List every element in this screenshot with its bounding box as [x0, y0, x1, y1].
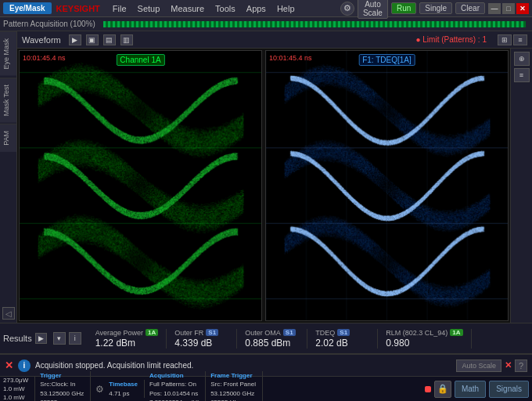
waveform-ctrl-2[interactable]: ▤	[103, 34, 116, 45]
result-badge-outeroma: S1	[283, 329, 296, 336]
bb-trigger-label: Trigger	[40, 371, 84, 380]
trigger-gear-icon[interactable]: ⚙	[95, 384, 104, 395]
bb-frametrig-val: 53.125000 GHz	[210, 389, 256, 398]
result-name-outeroma: Outer OMA S1	[245, 329, 299, 337]
maximize-button[interactable]: □	[502, 3, 515, 14]
waveform-play-button[interactable]: ▶	[69, 34, 81, 45]
eye-canvas-green	[20, 51, 261, 320]
run-button[interactable]: Run	[391, 2, 416, 14]
menu-file[interactable]: File	[108, 2, 131, 15]
waveform-area: Waveform ▶ ▣ ▤ ▥ ● Limit (Patterns) : 1 …	[17, 31, 532, 323]
minimize-button[interactable]: —	[488, 3, 501, 14]
panel-timestamp-blue: 10:01:45.4 ns	[269, 54, 312, 62]
right-toolbar: ⊕ ≡	[510, 49, 532, 323]
menu-help[interactable]: Help	[272, 2, 300, 15]
results-down-button[interactable]: ▾	[53, 332, 66, 345]
eye-panel-green: 10:01:45.4 ns Channel 1A	[19, 50, 262, 321]
limit-dot: ●	[415, 35, 420, 44]
bb-frametrig-extra: 65535 UI	[210, 398, 256, 401]
limit-info: ● Limit (Patterns) : 1	[415, 35, 487, 44]
bb-trigger-val: 65535	[40, 398, 84, 401]
result-label-rlm: RLM (802.3 CL_94)	[386, 329, 448, 337]
result-label-avgpower: Average Power	[95, 329, 143, 337]
sidebar-tab-masktest[interactable]: Mask Test	[0, 78, 16, 122]
result-item-outeroma: Outer OMA S1 0.885 dBm	[237, 329, 307, 349]
bb-power-3: 1.0 mW	[3, 393, 28, 401]
result-item-avgpower: Average Power 1A 1.22 dBm	[88, 329, 167, 349]
results-info-button[interactable]: i	[69, 332, 81, 345]
results-title: Results	[3, 334, 32, 343]
result-name-tdeq: TDEQ S1	[315, 329, 369, 337]
left-sidebar: Eye Mask Mask Test PAM ◁	[0, 31, 17, 323]
gear-icon[interactable]: ⚙	[340, 2, 354, 16]
bb-timebase-val: 4.71 ps	[109, 389, 138, 398]
rt-btn-2[interactable]: ≡	[514, 68, 530, 82]
limit-label: Limit (Patterns) : 1	[422, 35, 487, 44]
menu-setup[interactable]: Setup	[133, 2, 165, 15]
status-info-icon: i	[18, 359, 31, 372]
results-label: Results ▶	[3, 333, 47, 344]
bb-power-section: 273.0μW 1.0 mW 1.0 mW	[3, 376, 35, 401]
title-bar: Eye/Mask KEYSIGHT File Setup Measure Too…	[0, 0, 532, 17]
bb-timebase-label: Timebase	[109, 380, 138, 388]
layout-grid-button[interactable]: ⊞	[498, 34, 512, 45]
result-badge-avgpower: 1A	[146, 329, 158, 336]
bb-power-1: 273.0μW	[3, 376, 28, 385]
sidebar-tab-eyemask[interactable]: Eye Mask	[0, 31, 16, 76]
auto-scale-button[interactable]: Auto Scale	[456, 359, 501, 372]
result-badge-outerfr: S1	[206, 329, 218, 336]
bb-trigger-freq: 53.125000 GHz	[40, 389, 84, 398]
results-bar: Results ▶ ▾ i Average Power 1A 1.22 dBm …	[0, 323, 532, 354]
signals-button[interactable]: Signals	[489, 381, 529, 398]
math-button[interactable]: Math	[455, 381, 486, 398]
results-play-button[interactable]: ▶	[35, 333, 47, 344]
pattern-acq-label: Pattern Acquisition (100%)	[3, 20, 95, 28]
waveform-menu-button[interactable]: ≡	[513, 34, 527, 45]
window-controls: — □ ✕	[488, 3, 529, 14]
bb-acquisition-label: Acquisition	[149, 371, 199, 380]
panel-label-blue: F1: TDEQ[1A]	[358, 54, 415, 66]
menu-measure[interactable]: Measure	[166, 2, 209, 15]
result-name-avgpower: Average Power 1A	[95, 329, 159, 337]
waveform-ctrl-3[interactable]: ▥	[120, 34, 133, 45]
menu-bar: File Setup Measure Tools Apps Help	[108, 2, 340, 15]
status-message: Acquisition stopped. Acquisition limit r…	[35, 361, 193, 370]
autoscale-button[interactable]: AutoScale	[358, 0, 388, 19]
rt-btn-1[interactable]: ⊕	[514, 52, 530, 66]
waveform-header: Waveform ▶ ▣ ▤ ▥ ● Limit (Patterns) : 1 …	[17, 31, 532, 49]
status-x-icon: ✕	[505, 360, 512, 370]
result-item-outerfr: Outer FR S1 4.339 dB	[167, 329, 237, 349]
bb-frametrig-src: Src: Front Panel	[210, 380, 256, 388]
waveform-ctrl-1[interactable]: ▣	[86, 34, 99, 45]
result-item-rlm: RLM (802.3 CL_94) 1A 0.980	[378, 329, 471, 349]
menu-tools[interactable]: Tools	[210, 2, 240, 15]
toolbar: Pattern Acquisition (100%)	[0, 17, 532, 31]
clear-button[interactable]: Clear	[455, 2, 485, 14]
bb-acquisition-val: Full Patterns: On	[149, 380, 199, 388]
close-button[interactable]: ✕	[516, 3, 529, 14]
progress-bar-container	[103, 21, 526, 27]
panel-timestamp-green: 10:01:45.4 ns	[23, 54, 66, 62]
sidebar-tab-pam[interactable]: PAM	[0, 124, 16, 152]
status-right: Auto Scale ✕ ?	[456, 359, 527, 372]
result-value-rlm: 0.980	[386, 338, 462, 349]
display-area: 10:01:45.4 ns Channel 1A 10:01:45.4 ns F…	[17, 49, 532, 323]
bb-trigger-src: Src:Clock: In	[40, 380, 84, 388]
single-button[interactable]: Single	[419, 2, 452, 14]
bb-acquisition-pos: Pos: 10.01454 ns	[149, 389, 199, 398]
scroll-up-button[interactable]: ◁	[2, 307, 15, 320]
result-value-outeroma: 0.885 dBm	[245, 338, 299, 349]
bb-acquisition-section: Acquisition Full Patterns: On Pos: 10.01…	[149, 371, 206, 401]
menu-apps[interactable]: Apps	[242, 2, 271, 15]
bb-frametrig-section: Frame Trigger Src: Front Panel 53.125000…	[210, 371, 263, 401]
bb-frametrig-label: Frame Trigger	[210, 371, 256, 380]
eye-panel-blue: 10:01:45.4 ns F1: TDEQ[1A]	[265, 50, 509, 321]
help-button[interactable]: ?	[515, 359, 527, 372]
result-label-tdeq: TDEQ	[315, 329, 335, 337]
waveform-label: Waveform	[22, 35, 61, 45]
bottom-bar: 273.0μW 1.0 mW 1.0 mW Trigger Src:Clock:…	[0, 376, 532, 401]
result-value-avgpower: 1.22 dBm	[95, 338, 159, 349]
eye-mask-button[interactable]: Eye/Mask	[3, 2, 52, 14]
lock-button[interactable]: 🔒	[434, 381, 451, 398]
bb-acquisition-extra: 7.99000534 ps/UI	[149, 398, 199, 401]
